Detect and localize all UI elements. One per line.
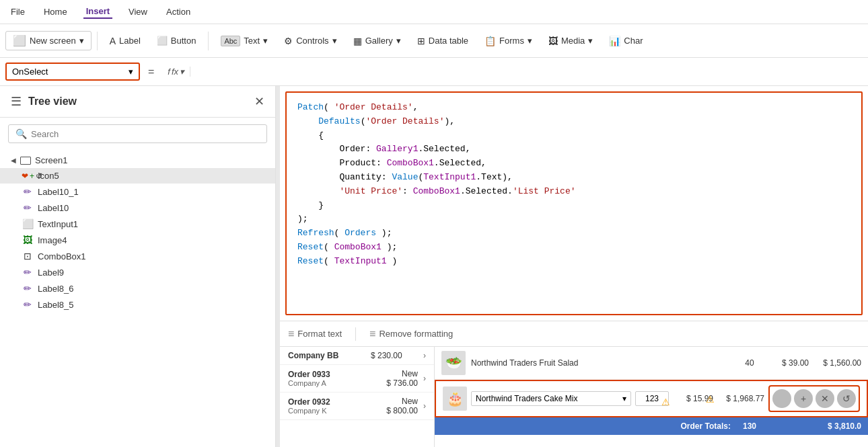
circle-btn-4[interactable]: ↺	[837, 389, 856, 408]
circle-btn-2[interactable]: +	[794, 389, 813, 408]
orders-panel: Company BB $ 230.00 › Order 0933 Company…	[280, 347, 435, 447]
media-icon: 🖼	[548, 36, 558, 46]
circle-btn-3[interactable]: ✕	[816, 389, 834, 408]
order-arrow-icon: ›	[423, 374, 426, 383]
equals-sign: =	[144, 66, 158, 78]
forms-button[interactable]: 📋 Forms ▾	[478, 33, 539, 49]
menu-view[interactable]: View	[126, 5, 150, 18]
product-combo-select[interactable]: Northwind Traders Cake Mix ▾	[471, 391, 631, 406]
tree-item-label: ComboBox1	[38, 251, 264, 261]
format-bar: ≡ Format text ≡ Remove formatting	[280, 321, 868, 346]
label-button[interactable]: A Label	[103, 33, 147, 49]
tree-item-label: TextInput1	[38, 219, 264, 229]
code-line-9: );	[297, 212, 851, 227]
text-icon: Abc	[221, 36, 240, 46]
search-icon: 🔍	[15, 128, 27, 139]
tree-item-label8-5[interactable]: ✏ Label8_5	[0, 296, 275, 313]
sidebar-title: Tree view	[28, 95, 77, 108]
button-button[interactable]: ⬜ Button	[150, 33, 203, 48]
code-line-6: Quantity: Value(TextInput1.Text),	[297, 171, 851, 185]
formula-bar: OnSelect ▾ = f fx ▾	[0, 58, 868, 86]
totals-amount: $ 3,810.0	[814, 421, 861, 431]
code-editor[interactable]: Patch( 'Order Details', Defaults('Order …	[285, 91, 863, 315]
tree-item-label: Image4	[38, 235, 264, 245]
sidebar: ☰ Tree view ✕ 🔍 ◀ Screen1 ❤+↺ Icon5	[0, 86, 276, 447]
order-price: $ 230.00	[371, 351, 418, 360]
circle-btn-1[interactable]	[772, 389, 791, 408]
hamburger-icon[interactable]: ☰	[11, 94, 22, 109]
label-icon: ✏	[22, 283, 34, 294]
code-line-3: {	[297, 129, 851, 143]
tree-item-label8-6[interactable]: ✏ Label8_6	[0, 280, 275, 296]
product-image-cake: 🎂	[443, 387, 467, 411]
order-row-company-bb[interactable]: Company BB $ 230.00 ›	[280, 347, 434, 365]
combo-icon: ⊡	[22, 251, 34, 261]
menu-bar: File Home Insert View Action	[0, 0, 868, 24]
menu-insert[interactable]: Insert	[83, 5, 112, 19]
expand-arrow-icon: ◀	[11, 157, 16, 164]
order-company: Company A	[288, 379, 365, 387]
order-id: Order 0933	[288, 370, 365, 379]
controls-chevron-icon: ▾	[332, 36, 337, 46]
text-button[interactable]: Abc Text ▾	[214, 33, 275, 49]
tree-item-label: Label10	[38, 203, 264, 213]
code-line-1: Patch( 'Order Details',	[297, 101, 851, 115]
order-input-row: 🎂 Northwind Traders Cake Mix ▾ ⚠ $ 15.99…	[435, 380, 868, 417]
search-input[interactable]	[31, 129, 260, 139]
tree-item-label10-1[interactable]: ✏ Label10_1	[0, 184, 275, 200]
gallery-button[interactable]: ▦ Gallery ▾	[347, 33, 408, 49]
tree-item-combobox1[interactable]: ⊡ ComboBox1	[0, 248, 275, 264]
menu-home[interactable]: Home	[41, 5, 70, 18]
code-line-7: 'Unit Price': ComboBox1.Selected.'List P…	[297, 185, 851, 199]
order-price: $ 736.00	[371, 378, 418, 388]
product-unit-price: $ 39.00	[768, 358, 809, 368]
code-line-4: Order: Gallery1.Selected,	[297, 143, 851, 157]
tree-item-label: Label9	[38, 268, 264, 278]
tree-item-label: Screen1	[35, 155, 264, 165]
icon5-indicator: ❤+↺	[22, 171, 34, 181]
label-icon: ✏	[22, 267, 34, 278]
product-image: 🥗	[441, 351, 466, 375]
menu-action[interactable]: Action	[164, 5, 193, 18]
tree-item-image4[interactable]: 🖼 Image4	[0, 232, 275, 248]
order-row-0933[interactable]: Order 0933 Company A New $ 736.00 ›	[280, 365, 434, 393]
label-icon: ✏	[22, 299, 34, 310]
data-table-button[interactable]: ⊞ Data table	[410, 33, 475, 49]
property-chevron-icon: ▾	[129, 67, 133, 77]
chart-icon: 📊	[609, 36, 620, 46]
tree-item-screen1[interactable]: ◀ Screen1	[0, 153, 275, 168]
fx-button[interactable]: f fx ▾	[162, 67, 190, 77]
button-icon: ⬜	[157, 36, 168, 46]
tree-item-label9[interactable]: ✏ Label9	[0, 264, 275, 280]
tree-item-label10[interactable]: ✏ Label10	[0, 200, 275, 216]
data-table-icon: ⊞	[417, 36, 425, 46]
order-arrow-icon: ›	[423, 401, 426, 411]
sidebar-header: ☰ Tree view ✕	[0, 86, 275, 118]
format-separator	[355, 327, 356, 341]
controls-button[interactable]: ⚙ Controls ▾	[277, 33, 343, 49]
qty-container: ⚠	[635, 391, 669, 406]
main-layout: ☰ Tree view ✕ 🔍 ◀ Screen1 ❤+↺ Icon5	[0, 86, 868, 447]
format-text-button[interactable]: ≡ Format text	[288, 328, 342, 340]
media-button[interactable]: 🖼 Media ▾	[542, 33, 600, 49]
order-row-0932[interactable]: Order 0932 Company K New $ 800.00 ›	[280, 393, 434, 420]
chart-button[interactable]: 📊 Char	[602, 33, 649, 49]
new-screen-chevron-icon: ▾	[79, 36, 84, 46]
code-line-8: }	[297, 199, 851, 213]
totals-qty: 130	[736, 421, 763, 431]
code-line-5: Product: ComboBox1.Selected,	[297, 157, 851, 171]
order-company: Company K	[288, 407, 365, 415]
remove-formatting-button[interactable]: ≡ Remove formatting	[369, 328, 453, 340]
gallery-chevron-icon: ▾	[396, 36, 401, 46]
order-id: Order 0932	[288, 397, 365, 407]
format-text-icon: ≡	[288, 328, 294, 340]
tree-item-icon5[interactable]: ❤+↺ Icon5	[0, 168, 275, 184]
tree-item-textinput1[interactable]: ⬜ TextInput1	[0, 216, 275, 232]
menu-file[interactable]: File	[8, 5, 28, 18]
close-icon[interactable]: ✕	[254, 94, 264, 109]
tree-item-label: Icon5	[38, 171, 264, 181]
tree-content: ◀ Screen1 ❤+↺ Icon5 ✏ Label10_1 ✏ Label1…	[0, 150, 275, 447]
totals-label: Order Totals:	[441, 421, 731, 431]
property-dropdown[interactable]: OnSelect ▾	[5, 63, 140, 81]
new-screen-button[interactable]: ⬜ New screen ▾	[5, 31, 92, 50]
